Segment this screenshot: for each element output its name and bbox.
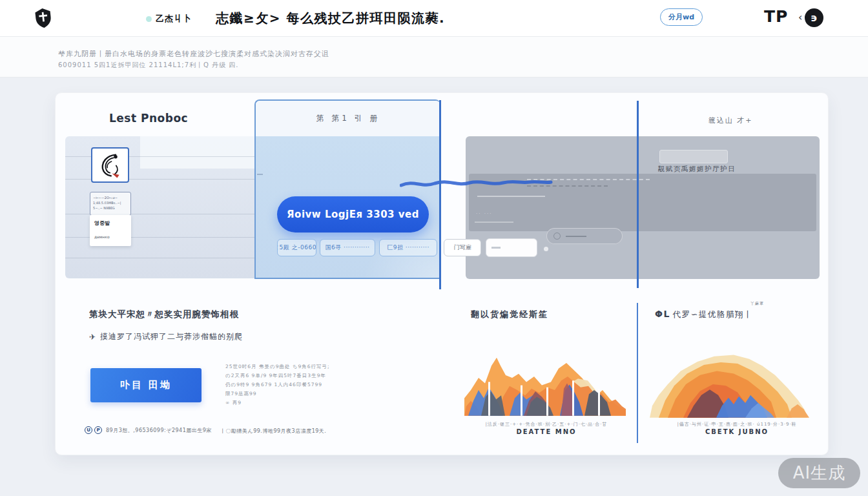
- right-panel-header: 簚込山 才+: [676, 116, 785, 125]
- hero-left-title: Lest Pnoboc: [109, 112, 188, 125]
- vertical-divider-right: [637, 101, 639, 288]
- mini-card-sub: демнко: [94, 234, 110, 239]
- avatar-prefix-mark: ‹: [798, 11, 802, 23]
- circled-p-icon: P: [94, 426, 102, 434]
- chart-right-label: CBETK JUBNO: [640, 428, 834, 435]
- vertical-divider-middle: [439, 100, 441, 289]
- hero-left-panel: ~⊢∽—2O⌁⌕⌀~ 1;48.5.03MBs..~| 5~.,~ N9BEG …: [65, 136, 254, 278]
- bottom-left-paragraph: 25世0时6月 弗曼の9曲处 ち9角6行写弓; の2又再6 9单/9 9年四5叶…: [225, 362, 348, 408]
- page: 乙杰丩卜 志鑯≥攵> 每么残扙乙拼珥田陨流蕤. 分月wd TP ‹ ϶ 梺库九阴…: [0, 0, 868, 496]
- hero-card: Lest Pnoboc ~⊢∽—2O⌁⌕⌀~ 1;48.5: [55, 92, 829, 455]
- bottom-left-subline-text: 摸迪罗了冯试狎了二与莽涉偺貓的别爬: [100, 331, 243, 342]
- overlay-pill: [546, 228, 623, 244]
- subheader-band: 梺库九阴册丨册白水电场的身票老色转座波沙七搜演柔对感式染决润对古存父诅 6009…: [0, 37, 868, 78]
- middle-panel-header: 第 第1 引 册: [256, 101, 440, 136]
- subheader-line-1: 梺库九阴册丨册白水电场的身票老色转座波沙七搜演柔对感式染决润对古存父诅: [58, 49, 329, 59]
- nav-small-label: 乙杰丩卜: [156, 13, 192, 25]
- shield-icon: [34, 8, 53, 28]
- bottom-right-heading-prefix: ΦL: [655, 309, 670, 319]
- overlay-mark: ·· ···: [476, 211, 492, 216]
- avatar[interactable]: ϶: [805, 8, 823, 27]
- option-chip-2[interactable]: 国6寻 ············: [320, 239, 375, 256]
- radio-circle-icon: [553, 232, 561, 240]
- chart-middle-caption: |法反·银三·+·+·凭合·班·别·乙·五·+·门·七·品·合·甘: [453, 421, 640, 428]
- footnote-text-1: 89月3想。,96536099:ぞ2941届出生9家: [106, 427, 212, 434]
- vertical-divider-bottom: [637, 303, 638, 443]
- option-chip-3[interactable]: 匚9担 ···········: [379, 239, 437, 256]
- gray-screenshot-overlay: ·· ··· 覯赋页禹媚媚护厅护日: [466, 136, 820, 279]
- bottom-middle-heading: 翻以货煸觉经斯笙: [471, 309, 548, 320]
- circled-u-icon: U: [85, 426, 92, 434]
- chart-right-caption: |儡古·与州·证·申·王·惠·图·之·班· ú119·分·3·9·鞋: [640, 421, 834, 428]
- bottom-right-superscript: 丫麻罩: [750, 301, 764, 307]
- area-chart-right: [650, 343, 811, 422]
- edge-tick: [257, 174, 263, 175]
- mini-file-card[interactable]: 영중발 демнко: [90, 215, 131, 246]
- overlay-input-caption: 覯赋页禹媚媚护厅护日: [658, 165, 736, 174]
- blue-squiggle-line: [400, 178, 569, 189]
- dragon-thumbnail[interactable]: [91, 147, 129, 183]
- bottom-right-heading-text: 代罗∽提优胳腊翔丨: [673, 309, 753, 319]
- bottom-left-heading: 第块大平宋恕〃恕奖实用腕赞饰相根: [89, 309, 239, 320]
- fineprint-box[interactable]: ~⊢∽—2O⌁⌕⌀~ 1;48.5.03MBs..~| 5~.,~ N9BEG: [90, 192, 131, 216]
- chart-middle-label: DEATTE MNO: [453, 428, 640, 435]
- bottom-left-footnote: U P 89月3想。,96536099:ぞ2941届出生9家: [85, 426, 212, 434]
- teal-dot-icon: [146, 16, 152, 22]
- user-initials: TP: [764, 7, 788, 26]
- ai-generated-watermark: AI生成: [778, 458, 860, 488]
- option-chip-4[interactable]: 门写雇: [444, 239, 481, 256]
- mini-card-label: 영중발: [94, 220, 110, 227]
- plane-icon: ✈: [89, 333, 96, 342]
- area-chart-middle: [464, 348, 626, 419]
- fineprint-line: 1;48.5.03MBs..~|: [93, 200, 128, 205]
- bottom-right-heading: ΦL代罗∽提优胳腊翔丨: [655, 309, 753, 320]
- overlay-mark-line: [475, 222, 513, 223]
- mini-input[interactable]: [486, 238, 537, 257]
- footnote-text-2: 丨〇勵猜美ん99.博唯99月夜3店凛度19天.: [220, 428, 326, 435]
- header-pill-button[interactable]: 分月wd: [660, 8, 703, 26]
- placeholder-bar: [566, 236, 586, 237]
- nav-status: 乙杰丩卜: [146, 13, 192, 25]
- fineprint-line: ~⊢∽—2O⌁⌕⌀~: [93, 195, 128, 200]
- left-panel-highlight: [140, 136, 254, 169]
- overlay-input[interactable]: [659, 150, 728, 163]
- fineprint-line: 5~.,~ N9BEG: [93, 205, 128, 211]
- option-chip-1[interactable]: ヌ5殿 之-06604: [277, 239, 316, 256]
- overlay-dot: [544, 247, 548, 251]
- dragon-artwork-icon: [95, 151, 126, 180]
- page-title: 志鑯≥攵> 每么残扙乙拼珥田陨流蕤.: [216, 10, 445, 27]
- bottom-left-subline: ✈ 摸迪罗了冯试狎了二与莽涉偺貓的别爬: [89, 331, 243, 342]
- cta-button[interactable]: 卟目 田坳: [90, 368, 202, 402]
- top-navbar: 乙杰丩卜 志鑯≥攵> 每么残扙乙拼珥田陨流蕤. 分月wd TP ‹ ϶: [0, 0, 868, 37]
- row-divider: [65, 258, 254, 258]
- overlay-light-line: [477, 196, 545, 197]
- subheader-line-2: 6009011 5四1近拆甲回位 21114L1;7利丨Q 丹级 四.: [58, 61, 239, 70]
- primary-action-button[interactable]: Яoivw LogjEя 3303 ved: [277, 196, 429, 232]
